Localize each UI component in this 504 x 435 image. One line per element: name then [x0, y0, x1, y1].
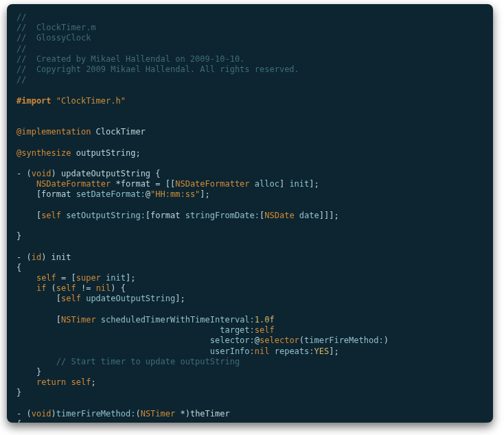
code-line[interactable]: @implementation ClockTimer: [16, 127, 483, 137]
code-line[interactable]: //: [16, 75, 483, 85]
code-token: timerFireMethod:: [304, 336, 384, 345]
code-token: !=: [76, 283, 96, 293]
code-token: void: [32, 169, 51, 178]
code-token: self: [41, 211, 61, 220]
code-token: YES: [314, 346, 330, 356]
code-token: [16, 325, 220, 335]
code-line[interactable]: [format setDateFormat:@"HH:mm:ss"];: [16, 189, 483, 200]
code-token: timerFireMethod:: [56, 409, 136, 419]
code-token: NSTimer: [61, 315, 96, 325]
code-token: (: [46, 283, 56, 293]
code-token: ];: [175, 294, 185, 303]
code-token: ) init: [41, 252, 71, 262]
code-line[interactable]: // ClockTimer.m: [16, 23, 483, 33]
code-line[interactable]: - (void) updateOutputString {: [16, 169, 483, 179]
code-editor-view[interactable]: //// ClockTimer.m// GlossyClock//// Crea…: [7, 4, 493, 423]
code-line[interactable]: [16, 221, 483, 231]
code-line[interactable]: self = [super init];: [16, 273, 483, 283]
code-token: ): [51, 409, 56, 419]
code-line[interactable]: [16, 200, 483, 211]
code-token: = [: [56, 273, 76, 283]
code-token: self: [36, 273, 56, 283]
code-token: super: [76, 273, 101, 283]
code-token: self: [61, 294, 81, 303]
code-token: ]: [279, 179, 289, 189]
code-line[interactable]: return self;: [16, 377, 483, 388]
code-line[interactable]: // Start timer to update outputString: [16, 357, 483, 367]
code-token: if: [36, 283, 46, 293]
code-line[interactable]: [16, 158, 483, 169]
code-token: // GlossyClock: [16, 33, 91, 43]
code-line[interactable]: [16, 106, 483, 117]
code-line[interactable]: - (void)timerFireMethod:(NSTimer *)theTi…: [16, 409, 483, 419]
code-line[interactable]: // GlossyClock: [16, 33, 483, 43]
code-token: [16, 179, 36, 189]
code-token: [16, 336, 210, 345]
code-token: selector: [260, 336, 299, 345]
code-line[interactable]: }: [16, 367, 483, 377]
code-token: NSDate: [264, 211, 294, 220]
code-token: //: [16, 12, 26, 22]
code-token: alloc: [255, 179, 279, 189]
code-token: ClockTimer: [91, 127, 145, 137]
code-token: [: [16, 315, 61, 325]
code-line[interactable]: if (self != nil) {: [16, 283, 483, 294]
code-token: [96, 315, 101, 325]
code-token: {: [16, 263, 21, 272]
code-line[interactable]: {: [16, 263, 483, 273]
code-token: self: [255, 325, 275, 335]
code-line[interactable]: [16, 305, 483, 315]
code-token: nil: [255, 346, 270, 356]
code-token: ) updateOutputString {: [51, 169, 161, 178]
code-line[interactable]: @synthesize outputString;: [16, 148, 483, 158]
code-line[interactable]: userInfo:nil repeats:YES];: [16, 346, 483, 357]
code-line[interactable]: target:self: [16, 325, 483, 336]
code-line[interactable]: {: [16, 419, 483, 423]
code-line[interactable]: //: [16, 12, 483, 23]
code-token: nil: [96, 283, 111, 293]
code-token: NSDateFormatter: [175, 179, 249, 189]
code-token: [269, 346, 274, 356]
code-token: [16, 283, 36, 293]
code-token: @synthesize: [16, 148, 71, 158]
code-line[interactable]: // Copyright 2009 Mikael Hallendal. All …: [16, 64, 483, 75]
code-token: setOutputString:: [66, 211, 146, 220]
code-token: [16, 273, 36, 283]
code-token: [66, 377, 71, 387]
code-line[interactable]: [16, 85, 483, 95]
code-line[interactable]: }: [16, 388, 483, 398]
code-token: updateOutputString: [86, 294, 175, 303]
code-token: ]]];: [319, 211, 339, 220]
code-line[interactable]: [self setOutputString:[format stringFrom…: [16, 211, 483, 221]
code-line[interactable]: // Created by Mikael Hallendal on 2009-1…: [16, 54, 483, 64]
code-token: "HH:mm:ss": [150, 189, 200, 199]
code-token: ];: [126, 273, 135, 283]
code-line[interactable]: [self updateOutputString];: [16, 294, 483, 304]
code-line[interactable]: - (id) init: [16, 252, 483, 263]
code-token: scheduledTimerWithTimeInterval:: [101, 315, 255, 325]
code-token: return: [36, 377, 66, 387]
code-line[interactable]: #import "ClockTimer.h": [16, 96, 483, 106]
code-token: [: [16, 211, 41, 220]
code-token: @: [146, 189, 150, 199]
code-token: NSTimer: [141, 409, 176, 419]
code-token: ];: [309, 179, 319, 189]
code-line[interactable]: }: [16, 231, 483, 242]
code-token: self: [71, 377, 91, 387]
code-line[interactable]: NSDateFormatter *format = [[NSDateFormat…: [16, 179, 483, 189]
code-token: - (: [16, 409, 32, 419]
code-token: void: [32, 409, 51, 419]
code-line[interactable]: [16, 242, 483, 252]
code-line[interactable]: [16, 399, 483, 409]
code-line[interactable]: selector:@selector(timerFireMethod:): [16, 336, 483, 346]
code-token: id: [32, 252, 41, 262]
code-line[interactable]: [NSTimer scheduledTimerWithTimeInterval:…: [16, 315, 483, 325]
code-line[interactable]: [16, 117, 483, 127]
code-line[interactable]: [16, 137, 483, 148]
code-token: // Start timer to update outputString: [56, 357, 240, 366]
code-line[interactable]: //: [16, 44, 483, 54]
code-token: repeats:: [275, 346, 314, 356]
code-token: #import: [16, 96, 56, 106]
code-token: [250, 179, 255, 189]
code-token: *format = [[: [111, 179, 175, 189]
